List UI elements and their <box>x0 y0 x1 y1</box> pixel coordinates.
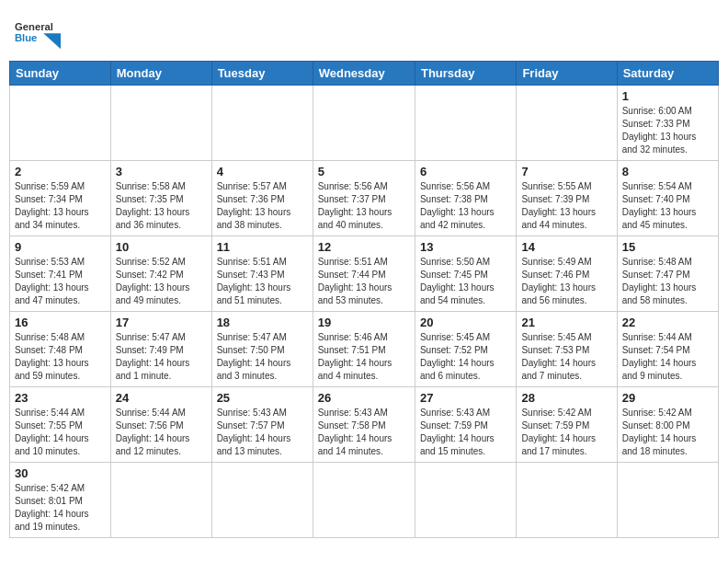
svg-text:Blue: Blue <box>15 32 37 43</box>
day-info: Sunrise: 5:57 AM Sunset: 7:36 PM Dayligh… <box>217 180 308 232</box>
calendar-cell: 17Sunrise: 5:47 AM Sunset: 7:49 PM Dayli… <box>110 312 211 387</box>
day-number: 24 <box>116 391 207 405</box>
day-info: Sunrise: 5:46 AM Sunset: 7:51 PM Dayligh… <box>318 331 410 383</box>
day-number: 9 <box>15 240 106 254</box>
day-number: 12 <box>318 240 410 254</box>
day-number: 5 <box>318 165 410 178</box>
calendar-cell <box>211 86 313 161</box>
day-number: 27 <box>420 391 511 405</box>
day-info: Sunrise: 5:43 AM Sunset: 7:59 PM Dayligh… <box>420 407 511 458</box>
day-info: Sunrise: 5:51 AM Sunset: 7:43 PM Dayligh… <box>217 256 308 307</box>
calendar-cell: 21Sunrise: 5:45 AM Sunset: 7:53 PM Dayli… <box>517 312 617 387</box>
calendar-week-row: 16Sunrise: 5:48 AM Sunset: 7:48 PM Dayli… <box>10 312 719 387</box>
day-number: 22 <box>622 316 713 329</box>
day-info: Sunrise: 5:47 AM Sunset: 7:50 PM Dayligh… <box>217 331 308 383</box>
day-number: 10 <box>116 240 207 254</box>
calendar-cell: 8Sunrise: 5:54 AM Sunset: 7:40 PM Daylig… <box>617 161 718 236</box>
calendar-cell: 9Sunrise: 5:53 AM Sunset: 7:41 PM Daylig… <box>10 236 111 312</box>
col-header-saturday: Saturday <box>617 62 718 86</box>
day-info: Sunrise: 5:48 AM Sunset: 7:47 PM Dayligh… <box>622 256 713 307</box>
day-info: Sunrise: 5:49 AM Sunset: 7:46 PM Dayligh… <box>521 256 611 307</box>
calendar-cell <box>313 86 415 161</box>
day-number: 23 <box>15 391 106 405</box>
calendar-cell: 5Sunrise: 5:56 AM Sunset: 7:37 PM Daylig… <box>313 161 415 236</box>
day-number: 29 <box>622 391 713 405</box>
calendar-week-row: 1Sunrise: 6:00 AM Sunset: 7:33 PM Daylig… <box>10 86 719 161</box>
calendar-cell: 28Sunrise: 5:42 AM Sunset: 7:59 PM Dayli… <box>517 387 617 463</box>
calendar-cell <box>415 463 516 538</box>
day-number: 7 <box>521 165 611 178</box>
calendar-cell <box>415 86 516 161</box>
day-info: Sunrise: 5:45 AM Sunset: 7:53 PM Dayligh… <box>521 331 611 383</box>
day-info: Sunrise: 5:51 AM Sunset: 7:44 PM Dayligh… <box>318 256 410 307</box>
day-info: Sunrise: 5:43 AM Sunset: 7:58 PM Dayligh… <box>318 407 410 458</box>
day-number: 15 <box>622 240 713 254</box>
day-number: 21 <box>521 316 611 329</box>
calendar-week-row: 23Sunrise: 5:44 AM Sunset: 7:55 PM Dayli… <box>10 387 719 463</box>
day-number: 13 <box>420 240 511 254</box>
calendar-cell <box>517 86 617 161</box>
calendar-cell: 19Sunrise: 5:46 AM Sunset: 7:51 PM Dayli… <box>313 312 415 387</box>
calendar-cell: 26Sunrise: 5:43 AM Sunset: 7:58 PM Dayli… <box>313 387 415 463</box>
day-number: 19 <box>318 316 410 329</box>
day-info: Sunrise: 5:44 AM Sunset: 7:55 PM Dayligh… <box>15 407 106 458</box>
day-number: 16 <box>15 316 106 329</box>
calendar-cell <box>617 463 718 538</box>
calendar-week-row: 30Sunrise: 5:42 AM Sunset: 8:01 PM Dayli… <box>10 463 719 538</box>
calendar-cell: 24Sunrise: 5:44 AM Sunset: 7:56 PM Dayli… <box>110 387 211 463</box>
day-info: Sunrise: 5:47 AM Sunset: 7:49 PM Dayligh… <box>116 331 207 383</box>
calendar-cell <box>517 463 617 538</box>
day-info: Sunrise: 5:56 AM Sunset: 7:37 PM Dayligh… <box>318 180 410 232</box>
day-info: Sunrise: 5:43 AM Sunset: 7:57 PM Dayligh… <box>217 407 308 458</box>
calendar-cell: 12Sunrise: 5:51 AM Sunset: 7:44 PM Dayli… <box>313 236 415 312</box>
calendar-cell: 7Sunrise: 5:55 AM Sunset: 7:39 PM Daylig… <box>517 161 617 236</box>
day-number: 26 <box>318 391 410 405</box>
calendar-cell: 1Sunrise: 6:00 AM Sunset: 7:33 PM Daylig… <box>617 86 718 161</box>
calendar-header-row: SundayMondayTuesdayWednesdayThursdayFrid… <box>10 62 719 86</box>
calendar-cell <box>211 463 313 538</box>
day-info: Sunrise: 5:42 AM Sunset: 8:00 PM Dayligh… <box>622 407 713 458</box>
calendar-cell: 18Sunrise: 5:47 AM Sunset: 7:50 PM Dayli… <box>211 312 313 387</box>
calendar-cell: 13Sunrise: 5:50 AM Sunset: 7:45 PM Dayli… <box>415 236 516 312</box>
logo: General Blue <box>9 9 66 57</box>
col-header-wednesday: Wednesday <box>313 62 415 86</box>
day-info: Sunrise: 5:52 AM Sunset: 7:42 PM Dayligh… <box>116 256 207 307</box>
day-number: 6 <box>420 165 511 178</box>
day-number: 2 <box>15 165 106 178</box>
day-info: Sunrise: 5:55 AM Sunset: 7:39 PM Dayligh… <box>521 180 611 232</box>
day-number: 28 <box>521 391 611 405</box>
calendar-cell: 27Sunrise: 5:43 AM Sunset: 7:59 PM Dayli… <box>415 387 516 463</box>
calendar-cell: 16Sunrise: 5:48 AM Sunset: 7:48 PM Dayli… <box>10 312 111 387</box>
day-info: Sunrise: 5:50 AM Sunset: 7:45 PM Dayligh… <box>420 256 511 307</box>
day-info: Sunrise: 5:53 AM Sunset: 7:41 PM Dayligh… <box>15 256 106 307</box>
calendar-cell: 23Sunrise: 5:44 AM Sunset: 7:55 PM Dayli… <box>10 387 111 463</box>
col-header-monday: Monday <box>110 62 211 86</box>
calendar-cell: 4Sunrise: 5:57 AM Sunset: 7:36 PM Daylig… <box>211 161 313 236</box>
calendar-cell: 30Sunrise: 5:42 AM Sunset: 8:01 PM Dayli… <box>10 463 111 538</box>
day-number: 20 <box>420 316 511 329</box>
page-header: General Blue <box>9 9 719 57</box>
col-header-sunday: Sunday <box>10 62 111 86</box>
calendar-cell <box>110 463 211 538</box>
calendar-cell <box>110 86 211 161</box>
calendar-cell: 6Sunrise: 5:56 AM Sunset: 7:38 PM Daylig… <box>415 161 516 236</box>
day-info: Sunrise: 6:00 AM Sunset: 7:33 PM Dayligh… <box>622 105 713 156</box>
day-info: Sunrise: 5:44 AM Sunset: 7:54 PM Dayligh… <box>622 331 713 383</box>
day-number: 17 <box>116 316 207 329</box>
col-header-friday: Friday <box>517 62 617 86</box>
day-number: 11 <box>217 240 308 254</box>
calendar-cell: 11Sunrise: 5:51 AM Sunset: 7:43 PM Dayli… <box>211 236 313 312</box>
day-number: 30 <box>15 466 106 480</box>
day-info: Sunrise: 5:48 AM Sunset: 7:48 PM Dayligh… <box>15 331 106 383</box>
col-header-thursday: Thursday <box>415 62 516 86</box>
day-info: Sunrise: 5:56 AM Sunset: 7:38 PM Dayligh… <box>420 180 511 232</box>
day-number: 18 <box>217 316 308 329</box>
generalblue-logo: General Blue <box>15 15 61 52</box>
day-number: 25 <box>217 391 308 405</box>
calendar-cell: 20Sunrise: 5:45 AM Sunset: 7:52 PM Dayli… <box>415 312 516 387</box>
day-info: Sunrise: 5:58 AM Sunset: 7:35 PM Dayligh… <box>116 180 207 232</box>
day-number: 3 <box>116 165 207 178</box>
calendar-cell: 3Sunrise: 5:58 AM Sunset: 7:35 PM Daylig… <box>110 161 211 236</box>
day-number: 4 <box>217 165 308 178</box>
day-number: 1 <box>622 89 713 103</box>
